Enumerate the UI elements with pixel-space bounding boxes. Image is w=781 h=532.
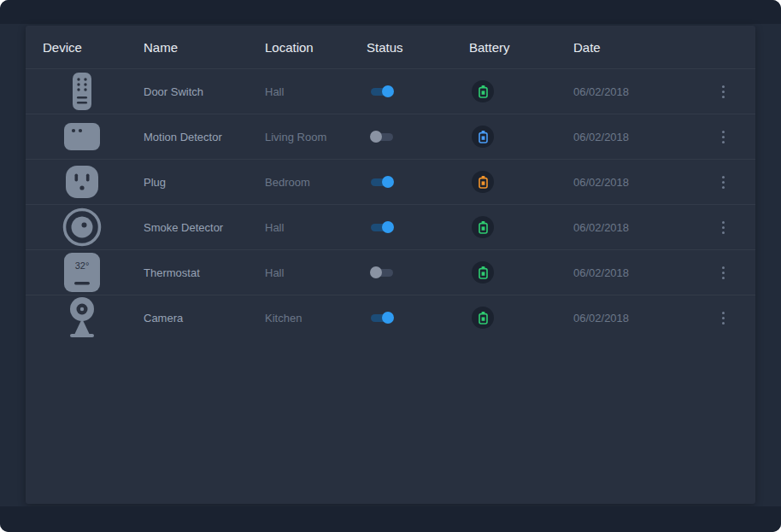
column-header-battery: Battery [469, 40, 573, 55]
thermostat-icon: 32° [62, 250, 103, 295]
toggle-knob [370, 131, 382, 143]
column-header-name: Name [144, 40, 265, 55]
device-table-card: Device Name Location Status Battery Date… [26, 26, 755, 504]
device-date-label: 06/02/2018 [573, 85, 711, 98]
row-menu-button[interactable] [711, 263, 735, 283]
device-location-label: Living Room [265, 131, 367, 143]
status-toggle[interactable] [370, 312, 394, 324]
window-top-bar [0, 0, 781, 24]
status-cell [367, 176, 469, 188]
device-location-label: Kitchen [265, 312, 367, 324]
device-date-label: 06/02/2018 [573, 176, 711, 189]
column-header-status: Status [367, 40, 469, 55]
row-menu-button[interactable] [711, 172, 735, 192]
device-date-label: 06/02/2018 [573, 221, 711, 234]
battery-icon [472, 307, 494, 329]
table-row: Smoke Detector Hall 06/02/2018 [26, 204, 755, 249]
battery-cell [469, 307, 573, 329]
device-name-label: Motion Detector [144, 131, 265, 143]
table-row: Plug Bedroom 06/02/2018 [26, 159, 755, 204]
device-date-label: 06/02/2018 [573, 131, 711, 143]
device-location-label: Hall [265, 221, 367, 234]
battery-icon [472, 80, 494, 102]
row-menu-button[interactable] [711, 308, 735, 328]
table-row: Door Switch Hall 06/02/2018 [26, 68, 755, 114]
battery-cell [469, 216, 573, 238]
main-content: Device Name Location Status Battery Date… [0, 24, 781, 506]
status-cell [367, 85, 469, 97]
device-date-label: 06/02/2018 [573, 312, 711, 324]
table-row: Camera Kitchen 06/02/2018 [26, 295, 755, 340]
device-date-label: 06/02/2018 [573, 266, 711, 279]
device-name-label: Camera [144, 312, 265, 324]
plug-icon [62, 160, 103, 204]
battery-icon [472, 216, 494, 238]
battery-cell [469, 80, 573, 102]
row-menu-button[interactable] [711, 82, 735, 102]
motion-detector-icon [62, 114, 103, 159]
battery-icon [472, 171, 494, 193]
status-toggle[interactable] [370, 266, 394, 278]
row-menu-button[interactable] [711, 218, 735, 237]
device-name-label: Door Switch [144, 85, 265, 98]
status-cell [367, 266, 469, 278]
window-bottom-bar [0, 506, 781, 532]
device-location-label: Hall [265, 266, 367, 279]
device-name-label: Plug [144, 176, 265, 189]
app-window: Device Name Location Status Battery Date… [0, 0, 781, 532]
device-location-label: Bedroom [265, 176, 367, 189]
door-switch-icon [62, 69, 103, 114]
status-toggle[interactable] [370, 131, 394, 143]
status-toggle[interactable] [370, 176, 394, 188]
toggle-knob [382, 221, 394, 233]
status-cell [367, 312, 469, 324]
table-row: Motion Detector Living Room 06/02/2018 [26, 114, 755, 159]
table-body: Door Switch Hall 06/02/2018 [26, 68, 755, 340]
toggle-knob [382, 85, 394, 97]
device-name-label: Thermostat [144, 266, 265, 279]
column-header-device: Device [43, 40, 144, 55]
toggle-knob [370, 266, 382, 278]
status-toggle[interactable] [370, 85, 394, 97]
camera-icon [62, 295, 103, 340]
row-menu-button[interactable] [711, 127, 735, 147]
status-cell [367, 221, 469, 233]
status-toggle[interactable] [370, 221, 394, 233]
status-cell [367, 131, 469, 143]
svg-text:32°: 32° [75, 260, 90, 271]
battery-cell [469, 261, 573, 284]
toggle-knob [382, 312, 394, 324]
battery-cell [469, 171, 573, 193]
battery-icon [472, 126, 494, 148]
battery-icon [472, 261, 494, 284]
toggle-knob [382, 176, 394, 188]
smoke-detector-icon [62, 205, 103, 249]
column-header-location: Location [265, 40, 367, 55]
table-row: 32° Thermostat Hall 06/02/2018 [26, 249, 755, 295]
device-name-label: Smoke Detector [144, 221, 265, 234]
battery-cell [469, 126, 573, 148]
table-header: Device Name Location Status Battery Date [26, 26, 755, 68]
device-location-label: Hall [265, 85, 367, 98]
column-header-date: Date [573, 40, 711, 55]
